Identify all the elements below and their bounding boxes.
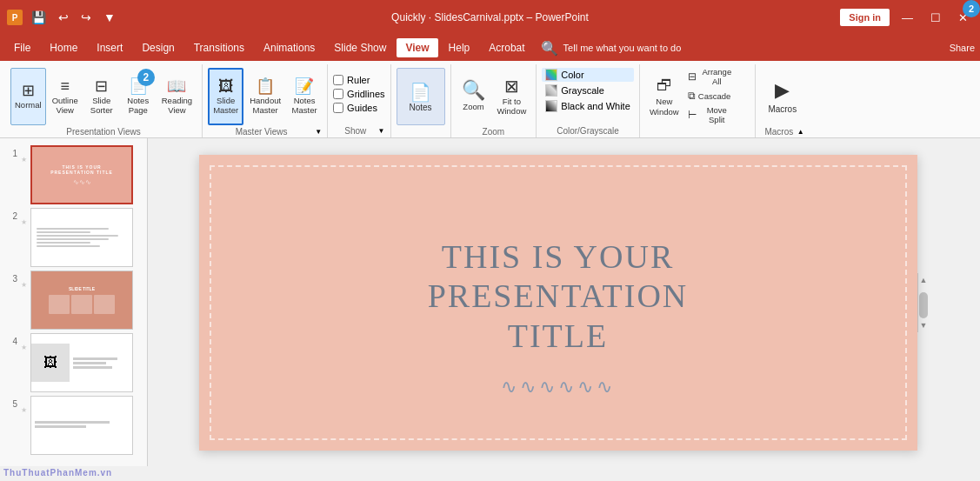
redo-button[interactable]: ↪ bbox=[77, 9, 95, 26]
search-icon[interactable]: 🔍 bbox=[541, 40, 558, 57]
slide3-text: SLIDE TITLE bbox=[35, 286, 129, 291]
slide-canvas: This is your presentation title ∿∿∿∿∿∿ bbox=[199, 155, 917, 451]
slide-thumb-5[interactable] bbox=[30, 396, 133, 455]
right-scrollbar: ▲ ▼ bbox=[917, 273, 930, 332]
fit-to-window-button[interactable]: ⊠ Fit toWindow bbox=[493, 68, 531, 125]
minimize-button[interactable]: — bbox=[897, 10, 918, 26]
zoom-button[interactable]: 🔍 Zoom bbox=[457, 68, 491, 125]
color-option-bw[interactable]: Black and White bbox=[542, 99, 633, 113]
undo-button[interactable]: ↩ bbox=[55, 9, 72, 26]
macros-expand[interactable]: ▲ bbox=[797, 128, 804, 136]
normal-view-button[interactable]: ⊞ Normal bbox=[10, 68, 46, 125]
slide-star-2: ★ bbox=[21, 208, 27, 226]
presentation-views-label-row: Presentation Views bbox=[10, 125, 197, 138]
master-views-expand[interactable]: ▼ bbox=[315, 128, 322, 136]
slide2-line-4 bbox=[37, 238, 109, 240]
maximize-button[interactable]: ☐ bbox=[925, 10, 946, 26]
slide2-line-3 bbox=[37, 235, 118, 237]
cascade-button[interactable]: ⧉ Cascade bbox=[685, 87, 737, 104]
menu-design[interactable]: Design bbox=[133, 38, 183, 57]
guides-checkbox[interactable] bbox=[333, 103, 343, 113]
zoom-label: Zoom bbox=[457, 125, 531, 138]
color-option-color[interactable]: Color bbox=[542, 68, 633, 82]
arrange-all-button[interactable]: ⊟ Arrange All bbox=[685, 68, 737, 85]
ruler-check[interactable]: Ruler bbox=[333, 75, 384, 85]
color-items: Color Grayscale Black and White bbox=[542, 64, 633, 124]
gridlines-checkbox[interactable] bbox=[333, 89, 343, 99]
show-expand[interactable]: ▼ bbox=[378, 127, 385, 135]
color-option-grayscale[interactable]: Grayscale bbox=[542, 84, 633, 97]
color-grayscale-label: Color/Grayscale bbox=[542, 124, 633, 137]
slide-thumb-4[interactable]: 🖼 bbox=[30, 333, 133, 392]
slide2-lines bbox=[31, 223, 132, 252]
badge-2: 2 bbox=[137, 69, 155, 86]
fit-window-icon: ⊠ bbox=[504, 77, 519, 95]
new-window-button[interactable]: 🗗 NewWindow bbox=[645, 68, 683, 125]
title-bar: P 💾 ↩ ↪ ▼ Quickly · SlidesCarnival.pptx … bbox=[0, 0, 980, 35]
slide4-line-2 bbox=[73, 362, 106, 364]
slide2-line-2 bbox=[37, 231, 90, 233]
slide3-box-2 bbox=[71, 295, 92, 314]
slide-title-line1: This is your bbox=[378, 237, 737, 277]
guides-label: Guides bbox=[347, 103, 377, 113]
ruler-label: Ruler bbox=[347, 75, 370, 85]
menu-help[interactable]: Help bbox=[440, 38, 479, 57]
menu-view[interactable]: View bbox=[397, 38, 437, 57]
slide4-text bbox=[70, 354, 132, 372]
menu-transitions[interactable]: Transitions bbox=[185, 38, 253, 57]
menu-acrobat[interactable]: Acrobat bbox=[480, 38, 533, 57]
menu-file[interactable]: File bbox=[5, 38, 39, 57]
group-color-grayscale: Color Grayscale Black and White Color/Gr… bbox=[537, 64, 639, 137]
slide-num-1: 1 bbox=[5, 145, 17, 158]
group-master-views: 🖼 SlideMaster 📋 HandoutMaster 📝 NotesMas… bbox=[203, 64, 328, 137]
slide-sorter-button[interactable]: ⊟ SlideSorter bbox=[84, 68, 119, 125]
reading-view-button[interactable]: 📖 ReadingView bbox=[157, 68, 197, 125]
scroll-down-arrow[interactable]: ▼ bbox=[920, 318, 928, 332]
macros-label-row: Macros ▲ bbox=[761, 125, 804, 138]
slide1-deco: ∿∿∿ bbox=[50, 178, 113, 186]
slide-thumb-3[interactable]: SLIDE TITLE bbox=[30, 271, 133, 330]
guides-check[interactable]: Guides bbox=[333, 103, 384, 113]
save-button[interactable]: 💾 bbox=[28, 9, 50, 26]
scroll-up-arrow[interactable]: ▲ bbox=[920, 273, 928, 287]
menu-home[interactable]: Home bbox=[41, 38, 86, 57]
slide-thumb-row-3[interactable]: 3 ★ SLIDE TITLE bbox=[0, 269, 147, 331]
share-button[interactable]: Share bbox=[950, 43, 975, 53]
zoom-label-row: Zoom bbox=[457, 125, 531, 138]
slide-thumb-1[interactable]: THIS IS YOUR PRESENTATION TITLE ∿∿∿ 2 bbox=[30, 145, 133, 204]
menu-slideshow[interactable]: Slide Show bbox=[325, 38, 395, 57]
presentation-views-label: Presentation Views bbox=[10, 125, 197, 138]
notes-items: 📄 Notes bbox=[397, 64, 445, 125]
slide4-line-1 bbox=[73, 357, 117, 360]
macros-icon: ▶ bbox=[775, 79, 790, 102]
menu-animations[interactable]: Animations bbox=[255, 38, 323, 57]
grayscale-label: Grayscale bbox=[561, 85, 604, 96]
handout-master-button[interactable]: 📋 HandoutMaster bbox=[245, 68, 285, 125]
macros-button[interactable]: ▶ Macros bbox=[761, 68, 804, 125]
ruler-checkbox[interactable] bbox=[333, 75, 343, 85]
gridlines-check[interactable]: Gridlines bbox=[333, 89, 384, 99]
notes-page-button[interactable]: 📄 NotesPage 2 bbox=[121, 68, 156, 125]
slide-thumb-row-1[interactable]: 1 ★ THIS IS YOUR PRESENTATION TITLE ∿∿∿ … bbox=[0, 144, 147, 206]
normal-view-label: Normal bbox=[15, 100, 42, 110]
slide-star-3: ★ bbox=[21, 271, 27, 289]
slide-thumb-row-2[interactable]: 2 ★ bbox=[0, 206, 147, 269]
color-swatch bbox=[545, 69, 557, 81]
slide-thumb-2[interactable] bbox=[30, 208, 133, 267]
notes-button[interactable]: 📄 Notes bbox=[397, 68, 445, 125]
slide-thumb-row-5[interactable]: 5 ★ bbox=[0, 394, 147, 457]
menu-insert[interactable]: Insert bbox=[88, 38, 131, 57]
slide5-line-2 bbox=[35, 425, 86, 428]
master-views-items: 🖼 SlideMaster 📋 HandoutMaster 📝 NotesMas… bbox=[208, 64, 322, 125]
customize-button[interactable]: ▼ bbox=[100, 9, 119, 26]
slide-thumb-row-4[interactable]: 4 ★ 🖼 bbox=[0, 331, 147, 394]
notes-master-button[interactable]: 📝 NotesMaster bbox=[287, 68, 322, 125]
slide-master-button[interactable]: 🖼 SlideMaster bbox=[208, 68, 243, 125]
sign-in-button[interactable]: Sign in bbox=[840, 9, 890, 26]
move-split-button[interactable]: ⊢ Move Split bbox=[685, 106, 737, 124]
slide3-box-1 bbox=[49, 295, 70, 314]
outline-view-button[interactable]: ≡ OutlineView bbox=[48, 68, 83, 125]
scroll-thumb[interactable] bbox=[919, 292, 928, 318]
handout-master-icon: 📋 bbox=[256, 78, 275, 94]
color-grayscale-label-row: Color/Grayscale bbox=[542, 124, 633, 137]
